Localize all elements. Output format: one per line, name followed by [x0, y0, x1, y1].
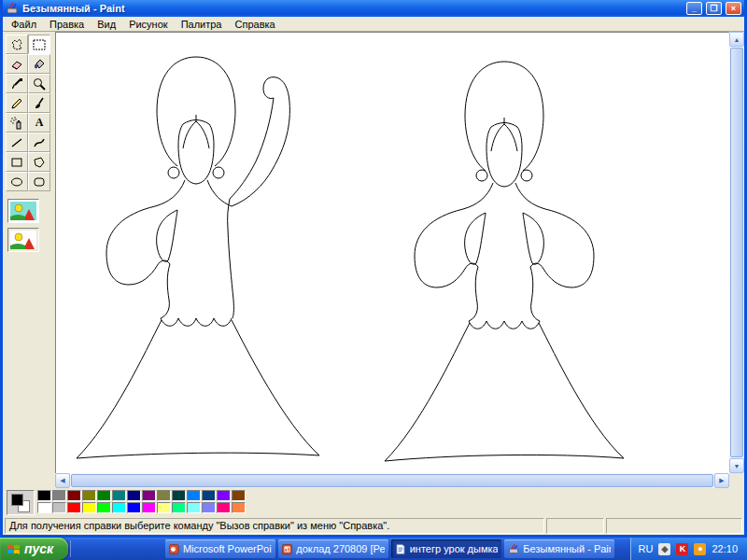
- taskbar: пуск Microsoft PowerPoint ... доклад 270…: [0, 538, 747, 560]
- status-message: Для получения справки выберите команду "…: [5, 518, 544, 534]
- taskbar-item-paint[interactable]: Безымянный - Paint: [504, 539, 614, 558]
- scroll-down-icon[interactable]: ▼: [729, 458, 744, 473]
- menu-bar: Файл Правка Вид Рисунок Палитра Справка: [3, 17, 744, 32]
- scroll-up-icon[interactable]: ▲: [729, 32, 744, 47]
- menu-file[interactable]: Файл: [5, 19, 43, 30]
- menu-edit[interactable]: Правка: [43, 19, 91, 30]
- palette-color[interactable]: [52, 502, 66, 513]
- paint-app-icon: [508, 543, 519, 555]
- palette-color[interactable]: [112, 490, 126, 501]
- taskbar-item-integr-urok[interactable]: интегр урок дымка ...: [391, 539, 501, 558]
- horizontal-scrollbar[interactable]: ◀ ▶: [55, 473, 729, 488]
- palette-color[interactable]: [172, 490, 186, 501]
- pencil-icon: [9, 96, 24, 111]
- tool-eraser[interactable]: [6, 54, 28, 74]
- palette-color[interactable]: [37, 490, 51, 501]
- start-button-label: пуск: [24, 541, 53, 556]
- windows-flag-icon: [7, 542, 21, 556]
- powerpoint-doc-icon: [282, 543, 292, 555]
- palette-color[interactable]: [67, 490, 81, 501]
- opaque-selection-option[interactable]: [7, 199, 39, 223]
- tool-line[interactable]: [6, 133, 28, 152]
- transparent-selection-option[interactable]: [7, 228, 39, 252]
- close-button[interactable]: ×: [726, 2, 741, 15]
- drawing-canvas[interactable]: [56, 33, 729, 473]
- tool-rectangle[interactable]: [6, 152, 28, 172]
- palette-color[interactable]: [97, 502, 111, 513]
- palette-color[interactable]: [82, 490, 96, 501]
- palette-color[interactable]: [187, 490, 201, 501]
- palette-color[interactable]: [142, 502, 156, 513]
- document-icon: [395, 543, 405, 555]
- text-tool-icon: A: [35, 116, 44, 130]
- taskbar-divider: [70, 540, 71, 557]
- tray-icon-2[interactable]: K: [676, 543, 688, 555]
- palette-color[interactable]: [127, 502, 141, 513]
- palette-color[interactable]: [187, 502, 201, 513]
- eyedropper-icon: [9, 77, 24, 91]
- taskbar-item-powerpoint[interactable]: Microsoft PowerPoint ...: [165, 539, 275, 558]
- scroll-right-icon[interactable]: ▶: [714, 473, 729, 488]
- palette-color[interactable]: [52, 490, 66, 501]
- menu-view[interactable]: Вид: [91, 19, 122, 30]
- palette-color[interactable]: [37, 502, 51, 513]
- current-colors-indicator[interactable]: [7, 490, 35, 515]
- start-button[interactable]: пуск: [0, 538, 68, 560]
- menu-palette[interactable]: Палитра: [175, 19, 229, 30]
- scroll-left-icon[interactable]: ◀: [55, 473, 70, 488]
- palette-color[interactable]: [232, 502, 246, 513]
- tool-rounded-rectangle[interactable]: [28, 172, 50, 191]
- horizontal-scroll-thumb[interactable]: [71, 474, 713, 487]
- taskbar-item-label: доклад 270809 [Реж...: [296, 543, 385, 554]
- free-form-select-icon: [9, 37, 24, 52]
- taskbar-item-doklad[interactable]: доклад 270809 [Реж...: [278, 539, 388, 558]
- tool-airbrush[interactable]: [6, 113, 28, 133]
- palette-color[interactable]: [202, 490, 216, 501]
- tool-magnifier[interactable]: [28, 74, 50, 93]
- palette-color[interactable]: [112, 502, 126, 513]
- palette-color[interactable]: [97, 490, 111, 501]
- vertical-scroll-thumb[interactable]: [730, 48, 743, 457]
- menu-image[interactable]: Рисунок: [122, 19, 175, 30]
- palette-color[interactable]: [142, 490, 156, 501]
- tool-color-picker[interactable]: [6, 74, 28, 93]
- ellipse-icon: [9, 175, 24, 189]
- palette-color[interactable]: [82, 502, 96, 513]
- tool-polygon[interactable]: [28, 152, 50, 172]
- tool-options-box: [7, 199, 55, 252]
- tray-icon-1[interactable]: ◈: [658, 543, 670, 555]
- palette-color[interactable]: [217, 502, 231, 513]
- tool-ellipse[interactable]: [6, 172, 28, 191]
- tool-palette: A: [3, 32, 55, 488]
- tray-icon-3[interactable]: ●: [694, 543, 706, 555]
- color-palette-bar: [3, 488, 744, 516]
- maximize-button[interactable]: ❐: [706, 2, 722, 15]
- status-selection-size: [606, 518, 742, 534]
- palette-color[interactable]: [217, 490, 231, 501]
- tool-brush[interactable]: [28, 93, 50, 113]
- window-title: Безымянный - Paint: [22, 3, 683, 14]
- language-indicator[interactable]: RU: [639, 543, 654, 554]
- tool-select[interactable]: [28, 35, 50, 54]
- tool-pencil[interactable]: [6, 93, 28, 113]
- palette-color[interactable]: [232, 490, 246, 501]
- palette-color[interactable]: [202, 502, 216, 513]
- tool-free-form-select[interactable]: [6, 35, 28, 54]
- minimize-button[interactable]: _: [686, 2, 702, 15]
- rectangle-icon: [9, 155, 24, 170]
- palette-color[interactable]: [157, 502, 171, 513]
- palette-color[interactable]: [67, 502, 81, 513]
- palette-color[interactable]: [172, 502, 186, 513]
- palette-color[interactable]: [157, 490, 171, 501]
- palette-color[interactable]: [127, 490, 141, 501]
- vertical-scrollbar[interactable]: ▲ ▼: [729, 32, 744, 473]
- tool-grid: A: [6, 35, 50, 191]
- doll-left-drawing: [77, 57, 319, 458]
- tool-curve[interactable]: [28, 133, 50, 152]
- title-bar[interactable]: Безымянный - Paint _ ❐ ×: [3, 0, 744, 17]
- paint-app-icon: [6, 2, 19, 15]
- tool-text[interactable]: A: [28, 113, 50, 133]
- menu-help[interactable]: Справка: [229, 19, 282, 30]
- tool-fill[interactable]: [28, 54, 50, 74]
- status-bar: Для получения справки выберите команду "…: [3, 516, 744, 535]
